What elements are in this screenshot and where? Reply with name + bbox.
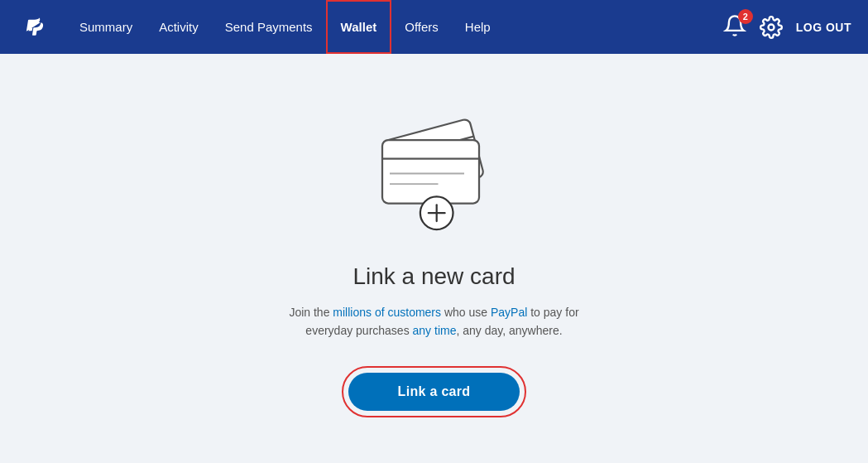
nav-links: Summary Activity Send Payments Wallet Of…	[66, 0, 723, 54]
nav-item-activity[interactable]: Activity	[146, 0, 212, 54]
cta-wrapper: Link a card	[342, 366, 527, 417]
logout-button[interactable]: LOG OUT	[796, 21, 851, 34]
navbar: Summary Activity Send Payments Wallet Of…	[0, 0, 868, 54]
desc-text-2: who use	[441, 306, 491, 319]
notifications-bell[interactable]: 2	[723, 14, 746, 41]
nav-item-send-payments[interactable]: Send Payments	[212, 0, 326, 54]
nav-right: 2 LOG OUT	[723, 14, 851, 41]
paypal-logo	[17, 11, 50, 44]
desc-text-4: , any day, anywhere.	[456, 324, 562, 337]
notification-badge: 2	[738, 9, 753, 24]
page-title: Link a new card	[352, 263, 515, 290]
desc-link-2: PayPal	[491, 306, 527, 319]
settings-icon[interactable]	[760, 16, 783, 39]
nav-item-help[interactable]: Help	[452, 0, 504, 54]
nav-item-summary[interactable]: Summary	[66, 0, 146, 54]
page-description: Join the millions of customers who use P…	[277, 303, 592, 340]
svg-rect-5	[382, 140, 479, 204]
link-card-button[interactable]: Link a card	[348, 373, 520, 411]
main-content: Link a new card Join the millions of cus…	[0, 54, 868, 463]
svg-point-0	[768, 24, 774, 30]
desc-text-1: Join the	[289, 306, 333, 319]
nav-item-wallet[interactable]: Wallet	[326, 0, 392, 54]
desc-link-3: any time	[413, 324, 457, 337]
card-svg	[360, 99, 509, 240]
desc-link-1: millions of customers	[333, 306, 441, 319]
nav-item-offers[interactable]: Offers	[391, 0, 452, 54]
card-illustration	[360, 99, 509, 244]
